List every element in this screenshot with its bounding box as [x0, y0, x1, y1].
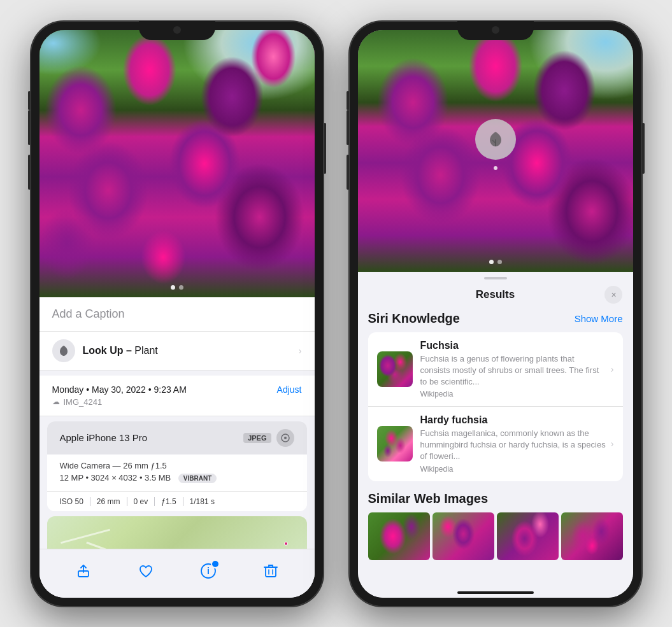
fuchsia-thumb-image — [377, 351, 413, 387]
meta-filename-row: ☁ IMG_4241 — [52, 397, 302, 407]
similar-image-1[interactable] — [368, 512, 430, 560]
close-icon: × — [611, 290, 616, 300]
aperture-spec: ƒ1.5 — [155, 497, 183, 506]
results-content: Siri Knowledge Show More Fuchsia — [358, 311, 633, 586]
favorite-button[interactable] — [132, 557, 160, 585]
device-header: Apple iPhone 13 Pro JPEG — [47, 421, 307, 454]
lookup-chevron-icon: › — [299, 346, 302, 356]
similar-images-title: Similar Web Images — [368, 491, 489, 505]
power-button-right[interactable] — [642, 123, 645, 174]
camera-icon — [281, 433, 290, 442]
show-more-button[interactable]: Show More — [575, 313, 623, 324]
vol-down-button-left[interactable] — [28, 155, 31, 190]
phones-container: Add a Caption Look Up – Plant — [31, 21, 642, 607]
focal-spec: 26 mm — [90, 497, 127, 506]
fuchsia-card-info: Fuchsia Fuchsia is a genus of flowering … — [420, 340, 606, 399]
device-section: Apple iPhone 13 Pro JPEG — [47, 421, 307, 511]
results-panel: Results × Siri Knowledge Show More — [358, 272, 633, 598]
filename-text: IMG_4241 — [64, 397, 103, 407]
silent-button-right[interactable] — [347, 91, 349, 110]
photo-view: Add a Caption Look Up – Plant — [39, 30, 315, 598]
device-name: Apple iPhone 13 Pro — [60, 432, 148, 443]
panel-handle[interactable] — [484, 277, 507, 279]
fuchsia-card[interactable]: Fuchsia Fuchsia is a genus of flowering … — [368, 332, 623, 407]
page-dot-2 — [179, 285, 183, 290]
meta-date: Monday • May 30, 2022 • 9:23 AM — [52, 384, 187, 395]
svg-rect-5 — [266, 567, 276, 577]
caption-area[interactable]: Add a Caption — [39, 297, 315, 332]
lookup-text: Look Up – Plant — [83, 345, 158, 356]
hardy-fuchsia-source: Wikipedia — [420, 465, 606, 474]
results-title: Results — [476, 288, 515, 301]
right-screen: Results × Siri Knowledge Show More — [358, 30, 633, 598]
tech-specs-row: ISO 50 26 mm 0 ev ƒ1.5 1/181 s — [47, 491, 307, 511]
vol-up-button-left[interactable] — [28, 110, 31, 145]
right-phone-frame: Results × Siri Knowledge Show More — [349, 21, 642, 607]
close-button[interactable]: × — [604, 286, 622, 304]
silent-button-left[interactable] — [28, 91, 31, 110]
info-button[interactable]: i — [194, 557, 222, 585]
power-button-left[interactable] — [324, 123, 326, 174]
siri-visual-lookup-bubble[interactable] — [475, 119, 516, 160]
device-details: Wide Camera — 26 mm ƒ1.5 12 MP • 3024 × … — [47, 454, 307, 491]
trash-icon — [264, 563, 278, 579]
cloud-icon: ☁ — [52, 397, 60, 406]
left-phone-frame: Add a Caption Look Up – Plant — [31, 21, 324, 607]
fuchsia-source: Wikipedia — [420, 390, 606, 398]
fuchsia-desc: Fuchsia is a genus of flowering plants t… — [420, 353, 606, 388]
svg-text:i: i — [207, 566, 210, 576]
resolution-text: 12 MP • 3024 × 4032 • 3.5 MB — [60, 473, 171, 483]
share-button[interactable] — [69, 557, 97, 585]
home-indicator-right — [457, 591, 534, 594]
photo-image[interactable] — [39, 30, 315, 297]
page-dot-1 — [171, 285, 175, 290]
lookup-subject: Plant — [132, 345, 158, 356]
adjust-button[interactable]: Adjust — [277, 384, 302, 395]
lookup-icon-circle — [52, 339, 75, 362]
lookup-row[interactable]: Look Up – Plant › — [39, 332, 315, 370]
lookup-label: Look Up – — [83, 345, 132, 356]
map-pin — [284, 542, 288, 546]
hardy-fuchsia-chevron-icon: › — [611, 439, 614, 449]
vol-up-button-right[interactable] — [347, 110, 349, 145]
vol-down-button-right[interactable] — [347, 155, 349, 190]
vibrant-badge: VIBRANT — [178, 474, 217, 483]
similar-image-4[interactable] — [561, 512, 623, 560]
hardy-fuchsia-desc: Fuchsia magellanica, commonly known as t… — [420, 428, 606, 463]
heart-icon — [138, 563, 154, 579]
home-indicator-left — [139, 600, 215, 603]
camera-type: Wide Camera — 26 mm ƒ1.5 — [60, 461, 294, 470]
share-icon — [76, 563, 91, 579]
siri-connector-dot — [494, 166, 497, 170]
similar-images-header: Similar Web Images — [368, 491, 623, 506]
siri-knowledge-title: Siri Knowledge — [368, 311, 460, 326]
results-header: Results × — [358, 283, 633, 311]
right-page-dot-1 — [489, 260, 494, 264]
similar-image-3[interactable] — [497, 512, 559, 560]
info-badge — [211, 560, 220, 568]
hardy-fuchsia-card-info: Hardy fuchsia Fuchsia magellanica, commo… — [420, 414, 606, 474]
delete-button[interactable] — [257, 557, 285, 585]
hardy-fuchsia-card[interactable]: Hardy fuchsia Fuchsia magellanica, commo… — [368, 406, 623, 481]
camera-settings-button[interactable] — [276, 429, 294, 447]
leaf-lookup-icon — [57, 344, 70, 357]
resolution-row: 12 MP • 3024 × 4032 • 3.5 MB VIBRANT — [60, 473, 294, 483]
right-phone-screen: Results × Siri Knowledge Show More — [358, 30, 633, 598]
knowledge-cards: Fuchsia Fuchsia is a genus of flowering … — [368, 332, 623, 481]
left-phone-screen: Add a Caption Look Up – Plant — [39, 30, 315, 598]
fuchsia-chevron-icon: › — [611, 364, 614, 374]
iso-spec: ISO 50 — [60, 497, 90, 506]
similar-image-2[interactable] — [433, 512, 494, 560]
hardy-fuchsia-thumbnail — [377, 426, 413, 461]
device-badges: JPEG — [243, 429, 294, 447]
bottom-toolbar: i — [39, 549, 315, 598]
right-photo-area — [358, 30, 633, 272]
fuchsia-name: Fuchsia — [420, 340, 606, 351]
hardy-thumb-image — [377, 426, 413, 461]
right-page-indicator — [489, 260, 502, 264]
meta-date-row: Monday • May 30, 2022 • 9:23 AM Adjust — [52, 384, 302, 395]
caption-placeholder: Add a Caption — [52, 307, 125, 320]
flowers-background — [39, 30, 315, 297]
fuchsia-thumbnail — [377, 351, 413, 387]
svg-point-1 — [284, 437, 287, 439]
